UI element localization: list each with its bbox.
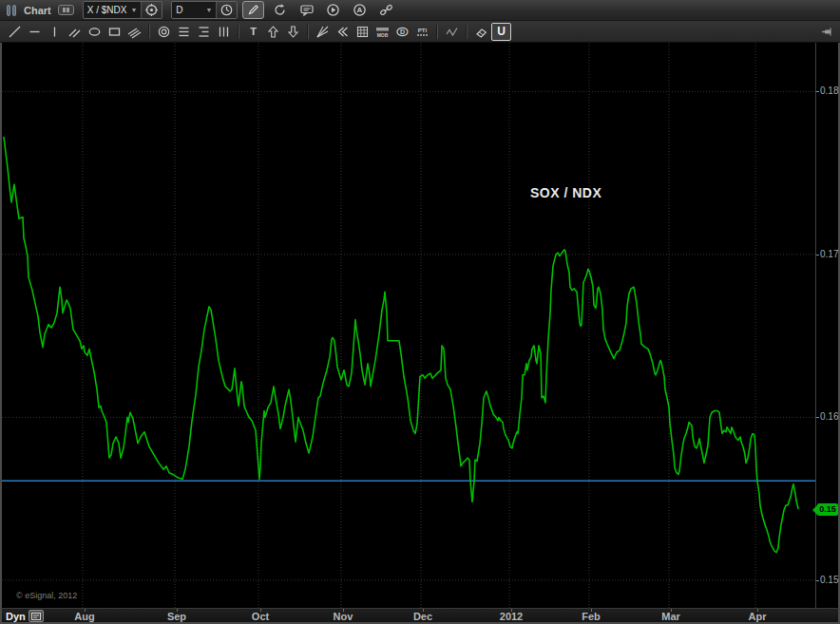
title-badge-icon[interactable] — [58, 5, 74, 15]
chevrons-left-icon — [335, 25, 350, 39]
svg-text:A: A — [357, 6, 363, 14]
x-axis-label: Apr — [749, 611, 767, 622]
y-axis-tick — [816, 255, 819, 255]
price-axis[interactable]: 0.15 0.180.170.160.15 — [815, 43, 838, 608]
y-axis-label: 0.18 — [820, 85, 838, 96]
chart-window: Chart X / $NDX▼ D▼ A — [0, 0, 840, 624]
circled-a-icon: A — [353, 3, 367, 17]
y-axis-tick — [816, 91, 819, 92]
notes-button[interactable] — [296, 1, 317, 19]
circled-d-icon: D — [395, 25, 410, 39]
arrow-up-tool[interactable] — [263, 23, 283, 41]
symbol-search-button[interactable] — [141, 2, 162, 18]
fib-time-zones-icon — [217, 25, 231, 39]
text-tool[interactable]: T — [243, 23, 263, 41]
time-template-button[interactable] — [29, 610, 44, 622]
vertical-line-icon — [48, 25, 62, 39]
chart-annotation: SOX / NDX — [530, 185, 601, 200]
trend-line-icon — [8, 25, 22, 39]
u-tool[interactable]: U — [491, 23, 511, 41]
y-axis-tick — [816, 417, 819, 418]
pencil-icon — [246, 3, 260, 17]
price-chart[interactable] — [2, 43, 815, 608]
gann-fan-tool[interactable] — [313, 23, 333, 41]
ellipse-tool[interactable] — [85, 23, 105, 41]
fib-retracement-tool[interactable] — [174, 23, 194, 41]
time-history-button[interactable] — [216, 2, 237, 18]
circled-d-tool[interactable]: D — [392, 23, 412, 41]
svg-text:PTI: PTI — [418, 27, 428, 32]
ellipse-icon — [87, 25, 102, 39]
time-axis[interactable]: Dyn AugSepOctNovDec2012FebMarApr — [0, 608, 840, 624]
chevron-down-icon: ▼ — [130, 7, 137, 13]
zigzag-tool[interactable] — [442, 23, 462, 41]
y-axis-label: 0.15 — [820, 575, 838, 585]
parallel-lines-tool[interactable] — [124, 23, 144, 41]
mob-tool[interactable]: MOB — [372, 23, 392, 41]
text-tool-icon: T — [250, 26, 257, 37]
eraser-icon — [474, 25, 488, 39]
axis-mode-control: Dyn — [6, 610, 44, 622]
x-axis-label: 2012 — [500, 611, 523, 622]
x-axis-label: Nov — [334, 611, 353, 622]
eraser-tool[interactable] — [471, 23, 491, 41]
chevrons-left-tool[interactable] — [333, 23, 353, 41]
arrow-up-icon — [266, 25, 280, 39]
window-title: Chart — [24, 5, 51, 16]
toolbar-pin-button[interactable] — [819, 25, 834, 38]
dyn-mode-label: Dyn — [6, 611, 26, 622]
ray-segments-icon — [67, 25, 82, 39]
svg-text:D: D — [400, 28, 405, 35]
vertical-line-tool[interactable] — [45, 23, 65, 41]
drawing-toolbar: T MOB D PTI U — [0, 21, 840, 43]
ray-segments-tool[interactable] — [65, 23, 85, 41]
x-axis-label: Sep — [167, 611, 186, 622]
trend-line-tool[interactable] — [5, 23, 25, 41]
y-axis-label: 0.16 — [820, 411, 838, 422]
window-handle-icon[interactable] — [7, 5, 16, 16]
symbol-combo[interactable]: X / $NDX▼ — [84, 2, 142, 18]
x-axis-label: Mar — [661, 611, 680, 622]
arrow-down-tool[interactable] — [283, 23, 303, 41]
interval-combo[interactable]: D▼ — [172, 2, 216, 18]
u-tool-icon: U — [497, 25, 506, 38]
play-circle-icon — [326, 3, 340, 17]
chart-area: SOX / NDX © eSignal, 2012 0.15 0.180.170… — [0, 43, 840, 608]
horizontal-line-tool[interactable] — [25, 23, 45, 41]
toolbar-separator — [238, 25, 239, 39]
toolbar-separator — [307, 25, 309, 39]
gann-fan-icon — [315, 25, 330, 39]
fib-circles-tool[interactable] — [154, 23, 174, 41]
x-axis-label: Oct — [252, 611, 269, 622]
x-axis-label: Feb — [582, 611, 601, 622]
link-icon — [379, 3, 393, 17]
replay-button[interactable] — [322, 1, 344, 19]
refresh-button[interactable] — [269, 1, 291, 19]
chart-plot[interactable]: SOX / NDX © eSignal, 2012 — [2, 43, 815, 608]
rectangle-icon — [107, 25, 122, 39]
link-button[interactable] — [375, 1, 397, 19]
interval-group: D▼ — [171, 1, 238, 19]
fib-time-zones-tool[interactable] — [214, 23, 234, 41]
fib-extension-tool[interactable] — [194, 23, 214, 41]
pti-tool[interactable]: PTI — [412, 23, 432, 41]
horizontal-line-icon — [28, 25, 42, 39]
comment-bubble-icon — [299, 3, 315, 17]
draw-pencil-button[interactable] — [242, 1, 264, 19]
fib-retracement-icon — [177, 25, 191, 39]
clock-icon — [220, 3, 234, 17]
x-axis-label: Dec — [413, 611, 432, 622]
rectangle-tool[interactable] — [105, 23, 124, 41]
zigzag-icon — [445, 25, 459, 39]
y-axis-tick — [816, 580, 819, 581]
toolbar-separator — [148, 25, 150, 39]
chevron-down-icon: ▼ — [205, 7, 212, 13]
circular-arrow-icon — [273, 3, 287, 17]
grid-icon — [355, 25, 370, 39]
symbol-search-icon — [144, 3, 159, 17]
pin-icon — [821, 27, 833, 37]
toolbar-separator — [436, 25, 438, 39]
auto-analysis-button[interactable]: A — [349, 1, 371, 19]
pti-icon: PTI — [414, 25, 430, 39]
grid-tool[interactable] — [353, 23, 372, 41]
